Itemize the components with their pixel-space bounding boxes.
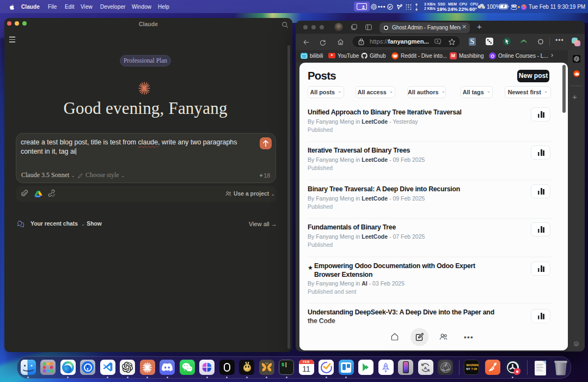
svg-text:A: A	[424, 365, 427, 370]
